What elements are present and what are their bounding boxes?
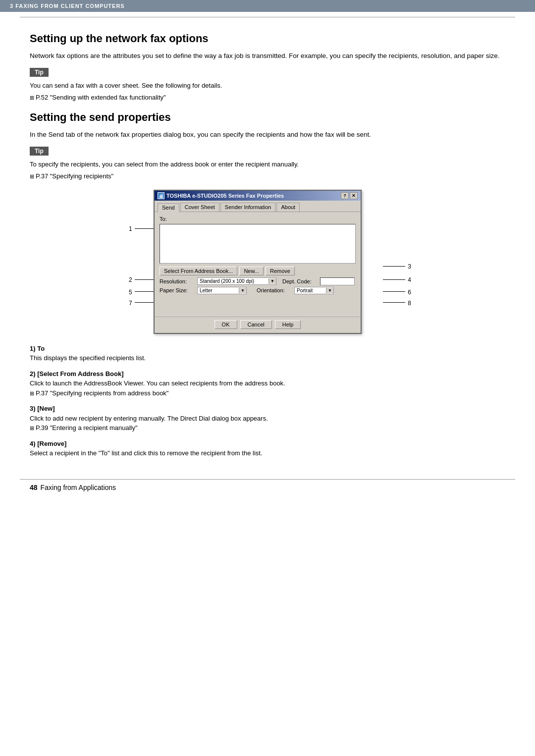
dialog-diagram: 1 2 5 7 3 4 6 8 — [30, 190, 505, 334]
desc-4-text: Select a recipient in the "To" list and … — [30, 449, 263, 457]
resolution-arrow: ▼ — [268, 278, 276, 284]
desc-item-4: 4) [Remove] Select a recipient in the "T… — [30, 439, 505, 458]
paper-size-arrow: ▼ — [239, 288, 246, 293]
help-button[interactable]: Help — [275, 320, 301, 329]
dialog-box: 🖨 TOSHIBA e-STUDIO205 Series Fax Propert… — [154, 190, 381, 334]
to-label: To: — [160, 216, 189, 222]
dialog-title: TOSHIBA e-STUDIO205 Series Fax Propertie… — [166, 193, 284, 199]
remove-button[interactable]: Remove — [266, 267, 295, 275]
dept-code-label: Dept. Code: — [282, 278, 317, 284]
orientation-label: Orientation: — [257, 287, 291, 293]
desc-3-text: Click to add new recipient by entering m… — [30, 415, 268, 422]
dialog-outer: 🖨 TOSHIBA e-STUDIO205 Series Fax Propert… — [154, 190, 362, 334]
resolution-value: Standard (200 x 100 dpi) — [198, 278, 268, 284]
desc-3-heading: 3) [New] — [30, 405, 55, 412]
desc-2-heading: 2) [Select From Address Book] — [30, 370, 124, 378]
callout-4: 4 — [408, 276, 411, 283]
desc-1-text: This displays the specified recipients l… — [30, 354, 146, 362]
ok-button[interactable]: OK — [214, 320, 237, 329]
desc-item-1: 1) To This displays the specified recipi… — [30, 344, 505, 363]
callout-8: 8 — [408, 300, 411, 307]
section2-heading: Setting the send properties — [30, 111, 505, 124]
resolution-row: Resolution: Standard (200 x 100 dpi) ▼ D… — [160, 277, 356, 285]
to-field-row: To: — [160, 216, 356, 222]
diagram-inner: 1 2 5 7 3 4 6 8 — [124, 190, 411, 334]
tip1-ref: P.52 "Sending with extended fax function… — [30, 94, 505, 101]
paper-size-label: Paper Size: — [160, 287, 194, 293]
orientation-select[interactable]: Portrait ▼ — [294, 287, 334, 294]
resolution-select[interactable]: Standard (200 x 100 dpi) ▼ — [197, 277, 276, 285]
resolution-label: Resolution: — [160, 278, 194, 284]
dept-code-input[interactable] — [320, 277, 355, 285]
paper-size-select[interactable]: Letter ▼ — [197, 287, 247, 294]
desc-item-3: 3) [New] Click to add new recipient by e… — [30, 404, 505, 433]
line-4 — [383, 279, 405, 280]
desc-2-text: Click to launch the AddressBook Viewer. … — [30, 379, 285, 387]
line-6 — [383, 291, 405, 292]
desc-1-heading: 1) To — [30, 345, 45, 352]
tab-sender-info[interactable]: Sender Information — [220, 203, 276, 212]
desc-4-heading: 4) [Remove] — [30, 440, 66, 447]
to-box-wrapper — [160, 224, 356, 264]
desc-item-2: 2) [Select From Address Book] Click to l… — [30, 369, 505, 398]
tip2-text: To specify the recipients, you can selec… — [30, 160, 505, 169]
section2-intro: In the Send tab of the network fax prope… — [30, 130, 505, 140]
tip2-ref: P.37 "Specifying recipients" — [30, 172, 505, 180]
dialog-titlebar: 🖨 TOSHIBA e-STUDIO205 Series Fax Propert… — [155, 191, 361, 201]
page-footer: 48 Faxing from Applications — [0, 480, 535, 495]
dialog-tabs: Send Cover Sheet Sender Information Abou… — [155, 201, 361, 212]
tab-cover-sheet[interactable]: Cover Sheet — [180, 203, 219, 212]
main-content: Setting up the network fax options Netwo… — [0, 17, 535, 474]
chapter-header: 3 FAXING FROM CLIENT COMPUTERS — [0, 0, 535, 12]
tip1-label: Tip — [30, 68, 49, 77]
section1-heading: Setting up the network fax options — [30, 32, 505, 45]
callout-6: 6 — [408, 289, 411, 296]
callout-3: 3 — [408, 263, 411, 270]
dialog-app-icon: 🖨 — [158, 192, 164, 199]
tip2-label: Tip — [30, 147, 49, 156]
callout-2: 2 — [129, 276, 132, 283]
to-listbox[interactable] — [160, 224, 356, 264]
page-number: 48 — [30, 484, 38, 491]
close-control[interactable]: ✕ — [350, 192, 358, 199]
desc-2-ref: P.37 "Specifying recipients from address… — [30, 389, 168, 397]
titlebar-controls: ? ✕ — [341, 192, 358, 199]
tab-about[interactable]: About — [276, 203, 300, 212]
dialog-footer: OK Cancel Help — [155, 317, 361, 333]
chapter-label: 3 FAXING FROM CLIENT COMPUTERS — [10, 3, 125, 9]
dialog-body: To: Select From Address Book... New... R… — [155, 212, 361, 315]
paper-size-row: Paper Size: Letter ▼ Orientation: Portra… — [160, 287, 356, 294]
select-address-book-button[interactable]: Select From Address Book... — [160, 267, 237, 275]
line-3 — [383, 266, 405, 267]
tip1-text: You can send a fax with a cover sheet. S… — [30, 81, 505, 91]
new-button[interactable]: New... — [239, 267, 264, 275]
line-8 — [383, 302, 405, 303]
orientation-arrow: ▼ — [326, 288, 333, 293]
callout-7: 7 — [129, 300, 132, 307]
paper-size-value: Letter — [198, 287, 239, 294]
cancel-button[interactable]: Cancel — [240, 320, 272, 329]
section1-intro: Network fax options are the attributes y… — [30, 51, 505, 61]
callout-5: 5 — [129, 289, 132, 296]
help-control[interactable]: ? — [341, 192, 349, 199]
titlebar-left: 🖨 TOSHIBA e-STUDIO205 Series Fax Propert… — [158, 192, 284, 199]
callout-1: 1 — [129, 225, 132, 232]
buttons-row: Select From Address Book... New... Remov… — [160, 267, 356, 275]
tab-send[interactable]: Send — [158, 203, 179, 212]
spacer — [160, 296, 356, 311]
descriptions-section: 1) To This displays the specified recipi… — [30, 344, 505, 458]
footer-label: Faxing from Applications — [41, 484, 116, 491]
orientation-value: Portrait — [295, 287, 326, 294]
desc-3-ref: P.39 "Entering a recipient manually" — [30, 424, 138, 432]
